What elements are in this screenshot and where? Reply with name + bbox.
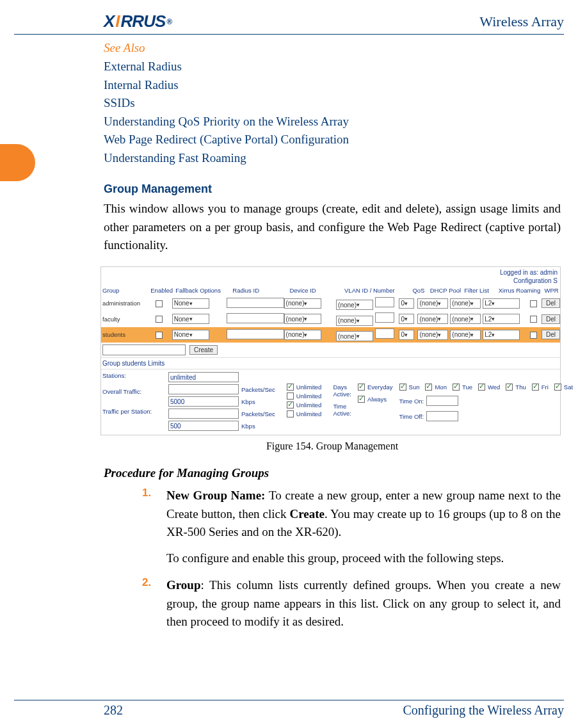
header-rule xyxy=(14,34,564,35)
cell-group: administration xyxy=(102,300,146,307)
vlan-number-input[interactable] xyxy=(375,328,394,339)
roaming-select[interactable]: L2 xyxy=(483,314,520,324)
footer-rule xyxy=(14,700,564,700)
cell-group: students xyxy=(102,331,146,338)
delete-button[interactable]: Del xyxy=(542,314,560,324)
always-check[interactable] xyxy=(358,396,365,403)
fallback-select[interactable]: None xyxy=(172,298,209,309)
table-header: Group Enabled Fallback Options Radius ID… xyxy=(101,286,560,296)
time-on-input[interactable] xyxy=(426,396,458,406)
device-select[interactable]: (none) xyxy=(284,314,321,324)
station-kbps-input[interactable]: 500 xyxy=(168,421,239,431)
link-fast-roaming[interactable]: Understanding Fast Roaming xyxy=(104,149,561,168)
wpr-check[interactable] xyxy=(530,332,537,339)
device-select[interactable]: (none) xyxy=(284,330,321,340)
vlan-select[interactable]: (none) xyxy=(336,331,373,341)
dhcp-select[interactable]: (none) xyxy=(417,330,448,340)
unlimited-check-3[interactable] xyxy=(287,401,294,408)
logo-part-1: X xyxy=(104,12,114,31)
section-intro: This window allows you to manage groups … xyxy=(104,200,561,255)
vlan-number-input[interactable] xyxy=(375,312,394,323)
overall-pkts-input[interactable] xyxy=(168,384,239,394)
day-check[interactable] xyxy=(506,384,513,391)
filter-select[interactable]: (none) xyxy=(450,330,481,340)
enabled-check[interactable] xyxy=(156,332,163,339)
vlan-number-input[interactable] xyxy=(375,297,394,307)
radius-input[interactable] xyxy=(227,298,284,308)
qos-select[interactable]: 0 xyxy=(399,298,414,309)
pkts-label: Packets/Sec xyxy=(241,386,275,393)
day-label: Mon xyxy=(435,384,446,391)
station-pkts-input[interactable] xyxy=(168,408,239,419)
enabled-check[interactable] xyxy=(156,316,163,323)
time-off-input[interactable] xyxy=(426,411,458,421)
dhcp-select[interactable]: (none) xyxy=(417,314,448,324)
day-check[interactable] xyxy=(478,384,485,391)
step-number: 1. xyxy=(142,487,154,567)
unlimited-check-4[interactable] xyxy=(287,410,294,417)
step-1-sub: To configure and enable this group, proc… xyxy=(166,551,504,565)
table-row[interactable]: facultyNone(none)(none) 0(none)(none)L2D… xyxy=(101,311,560,327)
table-row[interactable]: studentsNone(none)(none) 0(none)(none)L2… xyxy=(101,327,560,343)
time-off-label: Time Off: xyxy=(399,413,424,420)
radius-input[interactable] xyxy=(227,329,284,339)
wpr-check[interactable] xyxy=(530,316,537,323)
qos-select[interactable]: 0 xyxy=(399,330,414,340)
always-label: Always xyxy=(367,396,387,403)
enabled-check[interactable] xyxy=(156,300,163,307)
create-button[interactable]: Create xyxy=(189,345,218,355)
figure-group-management: Logged in as: admin Configuration S Grou… xyxy=(100,266,561,436)
new-group-input[interactable] xyxy=(102,344,186,355)
link-web-page-redirect[interactable]: Web Page Redirect (Captive Portal) Confi… xyxy=(104,131,561,149)
unlimited-label-2: Unlimited xyxy=(296,392,322,400)
day-label: Sun xyxy=(409,384,420,391)
overall-traffic-label: Overall Traffic: xyxy=(102,388,163,395)
link-qos-priority[interactable]: Understanding QoS Priority on the Wirele… xyxy=(104,113,561,131)
wpr-check[interactable] xyxy=(530,300,537,307)
header-title: Wireless Array xyxy=(479,13,564,30)
qos-select[interactable]: 0 xyxy=(399,314,414,324)
link-ssids[interactable]: SSIDs xyxy=(104,94,561,113)
col-roaming: Xirrus Roaming xyxy=(499,287,543,294)
device-select[interactable]: (none) xyxy=(284,298,321,309)
kbps-label: Kbps xyxy=(241,398,255,405)
procedure-step-2: 2. Group: This column lists currently de… xyxy=(142,576,561,631)
day-label: Tue xyxy=(462,384,472,391)
unlimited-check-2[interactable] xyxy=(287,392,294,400)
figure-caption: Figure 154. Group Management xyxy=(104,441,561,452)
link-internal-radius[interactable]: Internal Radius xyxy=(104,76,561,95)
fallback-select[interactable]: None xyxy=(172,330,209,340)
delete-button[interactable]: Del xyxy=(542,330,560,339)
fallback-select[interactable]: None xyxy=(172,314,209,324)
everyday-check[interactable] xyxy=(358,384,365,391)
day-check[interactable] xyxy=(453,384,460,391)
config-text: Configuration S xyxy=(513,277,558,284)
unlimited-check-1[interactable] xyxy=(287,384,294,391)
roaming-select[interactable]: L2 xyxy=(483,298,520,309)
table-row[interactable]: administrationNone(none)(none) 0(none)(n… xyxy=(101,296,560,312)
filter-select[interactable]: (none) xyxy=(450,298,481,309)
dhcp-select[interactable]: (none) xyxy=(417,298,448,309)
link-external-radius[interactable]: External Radius xyxy=(104,58,561,76)
day-check[interactable] xyxy=(399,384,406,391)
day-check[interactable] xyxy=(425,384,432,391)
day-label: Wed xyxy=(488,384,500,391)
roaming-select[interactable]: L2 xyxy=(483,330,520,340)
pkts-label-2: Packets/Sec xyxy=(241,410,275,417)
col-radius: Radius ID xyxy=(232,287,289,294)
filter-select[interactable]: (none) xyxy=(450,314,481,324)
stations-input[interactable]: unlimited xyxy=(168,372,239,382)
footer: 282 Configuring the Wireless Array xyxy=(14,695,564,718)
day-label: Thu xyxy=(515,384,526,391)
radius-input[interactable] xyxy=(227,313,284,323)
delete-button[interactable]: Del xyxy=(542,298,560,308)
logged-in-text: Logged in as: admin xyxy=(500,269,558,276)
vlan-select[interactable]: (none) xyxy=(336,316,373,326)
col-group: Group xyxy=(102,287,148,294)
day-check[interactable] xyxy=(532,384,539,391)
vlan-select[interactable]: (none) xyxy=(336,300,373,310)
overall-kbps-input[interactable]: 5000 xyxy=(168,396,239,407)
col-wpr: WPR xyxy=(543,287,560,294)
day-check[interactable] xyxy=(554,384,561,391)
step-2-lead: Group xyxy=(166,578,201,592)
